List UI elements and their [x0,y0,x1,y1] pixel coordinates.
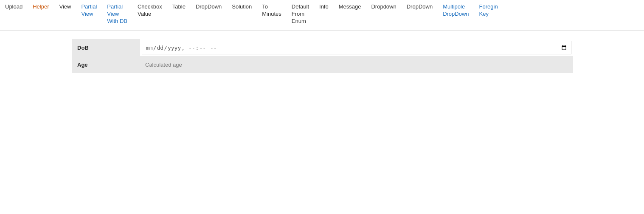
age-label: Age [72,56,140,73]
nav-default-from-enum[interactable]: Default From Enum [290,2,311,27]
nav-helper[interactable]: Helper [31,2,51,12]
nav-dropdown[interactable]: DropDown [194,2,223,12]
nav-table[interactable]: Table [171,2,187,12]
nav-dropdown2[interactable]: Dropdown [369,2,398,12]
nav-upload[interactable]: Upload [3,2,24,12]
age-row: Age [72,56,573,73]
age-cell [140,56,573,73]
nav-multipole-dropdown[interactable]: Multipole DropDown [441,2,470,20]
nav-info[interactable]: Info [318,2,330,12]
dob-cell [140,39,573,56]
main-content: DoB Age [0,31,644,82]
age-input[interactable] [142,58,571,71]
nav-checkbox-value[interactable]: Checkbox Value [136,2,164,20]
dob-row: DoB [72,39,573,56]
dob-label: DoB [72,39,140,56]
nav-view[interactable]: View [58,2,73,12]
navbar: Upload Helper View Partial View Partial … [0,0,644,31]
form-table: DoB Age [72,39,573,73]
nav-partial-view[interactable]: Partial View [79,2,98,20]
nav-partial-view-with-db[interactable]: Partial View With DB [105,2,129,27]
nav-message[interactable]: Message [337,2,363,12]
nav-to-minutes[interactable]: To Minutes [260,2,283,20]
nav-foregin-key[interactable]: Foregin Key [478,2,500,20]
dob-input[interactable] [142,41,571,54]
nav-solution[interactable]: Solution [230,2,253,12]
nav-dropdown3[interactable]: DropDown [405,2,434,12]
